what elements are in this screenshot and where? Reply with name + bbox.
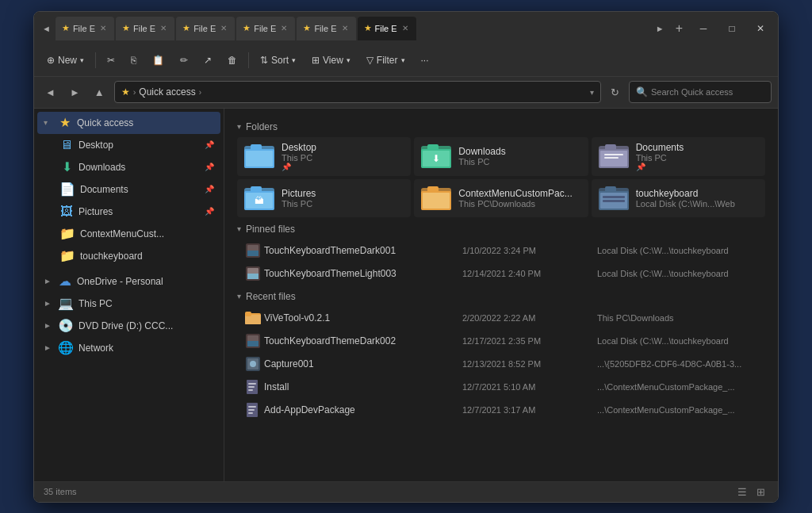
forward-button[interactable]: ► xyxy=(65,81,85,103)
tab-label: File E xyxy=(193,24,216,33)
tab-close-button[interactable]: ✕ xyxy=(279,23,289,34)
touchkeyboard-folder-path: Local Disk (C:\Win...\Web xyxy=(636,199,735,209)
tab-3[interactable]: ★File E✕ xyxy=(236,17,295,40)
copy-button[interactable]: ⎘ xyxy=(124,48,143,72)
paste-button[interactable]: 📋 xyxy=(146,48,170,72)
recent-section-header[interactable]: ▾ Recent files xyxy=(237,291,765,302)
recent-files-list: ViVeTool-v0.2.1 2/20/2022 2:22 AM This P… xyxy=(237,307,765,421)
file-name-vivetool: ViVeTool-v0.2.1 xyxy=(264,312,462,323)
grid-view-button[interactable]: ⊞ xyxy=(753,484,768,500)
file-item-tktl003[interactable]: TouchKeyboardThemeLight003 12/14/2021 2:… xyxy=(237,262,765,285)
pinned-section-header[interactable]: ▾ Pinned files xyxy=(237,224,765,235)
tab-0[interactable]: ★File E✕ xyxy=(56,17,114,40)
folder-item-desktop[interactable]: Desktop This PC 📌 xyxy=(237,137,411,176)
file-location-tktd001: Local Disk (C:\W...\touchkeyboard xyxy=(597,246,760,255)
sidebar-item-thispc[interactable]: ► 💻 This PC xyxy=(37,293,220,315)
tab-nav-forward[interactable]: ► xyxy=(651,21,669,36)
svg-rect-13 xyxy=(604,154,623,155)
file-location-vivetool: This PC\Downloads xyxy=(597,313,760,323)
folders-section-header[interactable]: ▾ Folders xyxy=(237,121,765,132)
sidebar-item-pictures[interactable]: 🖼 Pictures 📌 xyxy=(37,201,220,223)
svg-rect-23 xyxy=(427,186,439,193)
tab-close-button[interactable]: ✕ xyxy=(159,23,168,34)
tab-1[interactable]: ★File E✕ xyxy=(116,17,174,40)
address-bar[interactable]: ★ › Quick access › ▾ xyxy=(114,81,601,103)
sidebar-item-downloads[interactable]: ⬇ Downloads 📌 xyxy=(37,156,220,178)
tab-4[interactable]: ★File E✕ xyxy=(297,17,355,40)
sidebar-item-dvd[interactable]: ► 💿 DVD Drive (D:) CCC... xyxy=(37,315,220,337)
tab-close-button[interactable]: ✕ xyxy=(98,23,108,34)
rename-button[interactable]: ✏ xyxy=(174,48,194,72)
sidebar-item-touchkeyboard[interactable]: 📁 touchkeyboard xyxy=(37,245,220,267)
file-img-icon-3 xyxy=(242,330,264,352)
file-item-install[interactable]: Install 12/7/2021 5:10 AM ...\ContextMen… xyxy=(237,376,765,398)
tab-label: File E xyxy=(314,24,336,33)
folder-item-pictures[interactable]: 🏔 Pictures This PC xyxy=(237,179,411,217)
file-item-addappdev[interactable]: Add-AppDevPackage 12/7/2021 3:17 AM ...\… xyxy=(237,399,765,421)
folder-desktop-icon xyxy=(243,142,275,170)
more-button[interactable]: ··· xyxy=(415,48,435,72)
tab-nav-back[interactable]: ◄ xyxy=(37,21,56,36)
file-name-tktl003: TouchKeyboardThemeLight003 xyxy=(264,268,462,279)
file-item-tktd001[interactable]: TouchKeyboardThemeDark001 1/10/2022 3:24… xyxy=(237,239,765,262)
view-icon: ⊞ xyxy=(312,55,320,66)
sidebar-item-contextmenu[interactable]: 📁 ContextMenuCust... xyxy=(37,223,220,245)
back-button[interactable]: ◄ xyxy=(40,81,60,103)
sidebar-item-onedrive-label: OneDrive - Personal xyxy=(77,276,214,287)
folder-item-touchkeyboard[interactable]: touchkeyboard Local Disk (C:\Win...\Web xyxy=(592,179,765,217)
tab-2[interactable]: ★File E✕ xyxy=(176,17,235,40)
delete-button[interactable]: 🗑 xyxy=(221,48,243,72)
window-controls: ─ □ ✕ xyxy=(689,17,775,40)
sidebar-item-desktop[interactable]: 🖥 Desktop 📌 xyxy=(37,134,220,156)
sidebar-item-network-label: Network xyxy=(79,343,214,354)
svg-rect-47 xyxy=(248,386,255,388)
filter-icon: ▽ xyxy=(366,55,373,66)
maximize-button[interactable]: □ xyxy=(718,17,746,40)
file-item-vivetool[interactable]: ViVeTool-v0.2.1 2/20/2022 2:22 AM This P… xyxy=(237,307,765,329)
copy-icon: ⎘ xyxy=(131,55,136,66)
sidebar-item-onedrive[interactable]: ► ☁ OneDrive - Personal xyxy=(37,270,220,293)
sort-button[interactable]: ⇅ Sort ▾ xyxy=(254,48,302,72)
view-button[interactable]: ⊞ View ▾ xyxy=(305,48,357,72)
file-item-capture[interactable]: Capture001 12/13/2021 8:52 PM ...\{5205D… xyxy=(237,353,765,375)
sidebar-item-quick-access[interactable]: ▾ ★ Quick access xyxy=(37,112,220,134)
folder-item-downloads[interactable]: ⬇ Downloads This PC xyxy=(414,137,588,176)
touchkeyboard-folder-name: touchkeyboard xyxy=(636,188,735,199)
toolbar-separator-2 xyxy=(248,52,249,68)
list-view-button[interactable]: ☰ xyxy=(734,484,750,500)
dvd-icon: 💿 xyxy=(58,318,74,333)
up-button[interactable]: ▲ xyxy=(90,81,109,103)
file-explorer-window: ◄ ★File E✕★File E✕★File E✕★File E✕★File … xyxy=(33,11,779,503)
tab-close-button[interactable]: ✕ xyxy=(400,23,410,34)
tab-5[interactable]: ★File E✕ xyxy=(358,17,416,40)
address-star-icon: ★ xyxy=(121,86,130,98)
desktop-pin-icon: 📌 xyxy=(282,163,316,171)
file-item-tktd002[interactable]: TouchKeyboardThemeDark002 12/17/2021 2:3… xyxy=(237,330,765,352)
close-button[interactable]: ✕ xyxy=(746,17,775,40)
tab-star-icon: ★ xyxy=(62,23,70,33)
search-placeholder: Search Quick access xyxy=(651,87,733,97)
new-tab-button[interactable]: + xyxy=(669,18,689,39)
refresh-button[interactable]: ↻ xyxy=(606,81,624,103)
toolbar: ⊕ New ▾ ✂ ⎘ 📋 ✏ ↗ 🗑 ⇅ Sort ▾ ⊞ xyxy=(34,45,778,77)
tab-close-button[interactable]: ✕ xyxy=(219,23,228,34)
tab-close-button[interactable]: ✕ xyxy=(340,23,350,34)
folder-item-contextmenu[interactable]: ContextMenuCustomPac... This PC\Download… xyxy=(414,179,588,217)
search-box[interactable]: 🔍 Search Quick access xyxy=(629,81,772,103)
sidebar-item-documents[interactable]: 📄 Documents 📌 xyxy=(37,178,220,201)
downloads-folder-info: Downloads This PC xyxy=(458,146,505,167)
sidebar-item-network[interactable]: ► 🌐 Network xyxy=(37,337,220,359)
documents-pin-icon: 📌 xyxy=(636,163,684,171)
filter-button[interactable]: ▽ Filter ▾ xyxy=(360,48,412,72)
documents-icon: 📄 xyxy=(59,182,75,197)
dvd-expand-icon: ► xyxy=(44,321,53,330)
svg-rect-41 xyxy=(247,341,259,346)
share-button[interactable]: ↗ xyxy=(197,48,218,72)
address-dropdown-icon[interactable]: ▾ xyxy=(590,88,594,97)
folder-item-documents[interactable]: Documents This PC 📌 xyxy=(592,137,765,176)
minimize-button[interactable]: ─ xyxy=(689,17,718,40)
main-area: ▾ ★ Quick access 🖥 Desktop 📌 ⬇ Downloads… xyxy=(34,109,778,481)
cut-button[interactable]: ✂ xyxy=(101,48,121,72)
new-button[interactable]: ⊕ New ▾ xyxy=(40,48,90,72)
file-name-addappdev: Add-AppDevPackage xyxy=(264,404,462,415)
